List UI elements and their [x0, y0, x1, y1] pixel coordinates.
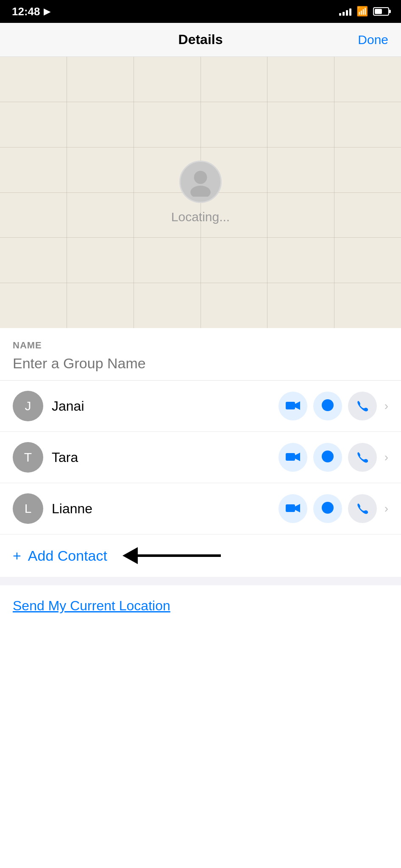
svg-point-10 [322, 502, 334, 514]
phone-button-tara[interactable] [348, 443, 377, 472]
contact-list: J Janai [0, 381, 401, 534]
phone-button-lianne[interactable] [348, 494, 377, 523]
svg-marker-9 [295, 504, 300, 512]
done-button[interactable]: Done [358, 33, 388, 47]
status-right: 📶 [339, 6, 389, 17]
phone-icon [356, 502, 369, 515]
message-button-janai[interactable] [313, 392, 342, 420]
add-contact-plus-icon: + [13, 548, 21, 564]
send-location-row: Send My Current Location [0, 585, 401, 626]
location-icon: ▶ [44, 6, 50, 17]
navigation-bar: Details Done [0, 23, 401, 57]
contact-initial: T [24, 450, 32, 465]
contact-name-janai: Janai [52, 398, 270, 414]
name-section: NAME [0, 328, 401, 381]
status-left: 12:48 ▶ [12, 5, 50, 18]
svg-marker-6 [295, 453, 300, 461]
svg-rect-2 [286, 402, 295, 409]
contact-row: J Janai [0, 381, 401, 432]
person-silhouette-icon [186, 167, 215, 197]
wifi-icon: 📶 [356, 6, 368, 17]
map-avatar [179, 161, 222, 203]
section-separator [0, 577, 401, 585]
add-contact-button[interactable]: Add Contact [28, 548, 107, 564]
message-button-tara[interactable] [313, 443, 342, 472]
svg-point-0 [194, 171, 207, 184]
svg-rect-8 [286, 504, 295, 512]
video-icon [286, 401, 300, 411]
video-icon [286, 504, 300, 514]
video-icon [286, 452, 300, 462]
phone-button-janai[interactable] [348, 392, 377, 420]
contact-actions-lianne: › [278, 494, 388, 523]
phone-icon [356, 451, 369, 464]
chevron-right-icon: › [384, 399, 388, 413]
contact-row: L Lianne [0, 483, 401, 534]
contact-name-lianne: Lianne [52, 501, 270, 517]
contact-initial: J [25, 399, 31, 413]
message-icon [320, 450, 335, 465]
contact-actions-tara: › [278, 443, 388, 472]
message-icon [320, 399, 335, 413]
svg-point-7 [322, 451, 334, 462]
arrow-line [136, 554, 221, 557]
chevron-right-icon: › [384, 502, 388, 515]
svg-point-1 [190, 186, 211, 197]
message-icon [320, 501, 335, 516]
signal-icon [339, 7, 351, 16]
contact-name-tara: Tara [52, 450, 270, 465]
map-area: Locating... [0, 57, 401, 328]
add-contact-row: + Add Contact [0, 534, 401, 577]
message-button-lianne[interactable] [313, 494, 342, 523]
svg-point-4 [322, 399, 334, 411]
group-name-input[interactable] [13, 355, 388, 372]
svg-marker-3 [295, 401, 300, 410]
status-bar: 12:48 ▶ 📶 [0, 0, 401, 23]
contact-initial: L [25, 501, 32, 516]
video-call-button-lianne[interactable] [278, 494, 307, 523]
phone-icon [356, 399, 369, 413]
map-center: Locating... [171, 161, 230, 224]
contact-actions-janai: › [278, 392, 388, 420]
main-content: NAME J Janai [0, 328, 401, 868]
locating-text: Locating... [171, 210, 230, 224]
page-title: Details [178, 32, 223, 47]
battery-icon [373, 7, 389, 16]
chevron-right-icon: › [384, 451, 388, 464]
arrow-annotation [123, 547, 221, 564]
svg-rect-5 [286, 453, 295, 461]
name-label: NAME [13, 340, 388, 351]
video-call-button-janai[interactable] [278, 392, 307, 420]
video-call-button-tara[interactable] [278, 443, 307, 472]
arrow-head-icon [123, 547, 138, 564]
time-display: 12:48 [12, 5, 40, 18]
contact-avatar-lianne: L [13, 493, 43, 524]
battery-fill [375, 9, 382, 14]
contact-row: T Tara [0, 432, 401, 483]
send-location-button[interactable]: Send My Current Location [13, 598, 170, 613]
contact-avatar-tara: T [13, 442, 43, 473]
contact-avatar-janai: J [13, 391, 43, 421]
